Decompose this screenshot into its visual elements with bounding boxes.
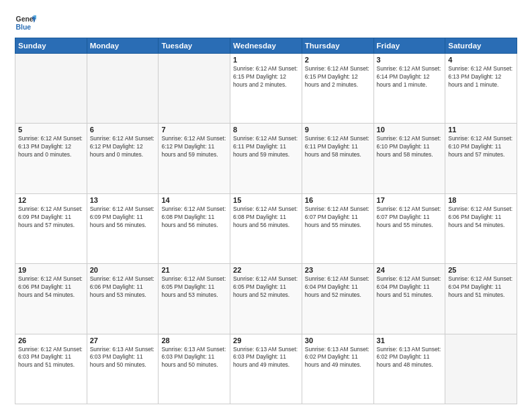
day-number: 13: [90, 196, 156, 204]
svg-text:Blue: Blue: [16, 24, 32, 31]
day-info: Sunrise: 6:12 AM Sunset: 6:06 PM Dayligh…: [18, 275, 84, 300]
day-cell: 3Sunrise: 6:12 AM Sunset: 6:14 PM Daylig…: [373, 54, 445, 124]
weekday-header-thursday: Thursday: [302, 38, 373, 54]
page: General Blue SundayMondayTuesdayWednesda…: [0, 0, 532, 411]
day-number: 16: [305, 196, 371, 204]
day-cell: 7Sunrise: 6:12 AM Sunset: 6:12 PM Daylig…: [159, 124, 230, 193]
day-info: Sunrise: 6:12 AM Sunset: 6:10 PM Dayligh…: [377, 135, 443, 159]
weekday-header-sunday: Sunday: [15, 38, 87, 54]
day-cell: 27Sunrise: 6:13 AM Sunset: 6:03 PM Dayli…: [87, 334, 159, 404]
day-info: Sunrise: 6:12 AM Sunset: 6:07 PM Dayligh…: [305, 205, 371, 230]
day-number: 8: [233, 126, 299, 134]
day-info: Sunrise: 6:12 AM Sunset: 6:07 PM Dayligh…: [377, 205, 443, 230]
day-number: 15: [233, 196, 299, 204]
day-number: 27: [90, 336, 156, 345]
day-info: Sunrise: 6:13 AM Sunset: 6:03 PM Dayligh…: [161, 346, 227, 370]
day-info: Sunrise: 6:12 AM Sunset: 6:11 PM Dayligh…: [305, 135, 371, 159]
day-info: Sunrise: 6:12 AM Sunset: 6:05 PM Dayligh…: [161, 275, 227, 300]
day-number: 2: [305, 56, 371, 64]
day-cell: 24Sunrise: 6:12 AM Sunset: 6:04 PM Dayli…: [373, 264, 445, 334]
day-cell: 21Sunrise: 6:12 AM Sunset: 6:05 PM Dayli…: [159, 264, 230, 334]
day-info: Sunrise: 6:12 AM Sunset: 6:11 PM Dayligh…: [233, 135, 299, 159]
day-cell: 22Sunrise: 6:12 AM Sunset: 6:05 PM Dayli…: [230, 264, 302, 334]
day-info: Sunrise: 6:12 AM Sunset: 6:06 PM Dayligh…: [448, 205, 514, 230]
day-number: 24: [377, 266, 443, 274]
day-info: Sunrise: 6:12 AM Sunset: 6:08 PM Dayligh…: [161, 205, 227, 230]
day-cell: 15Sunrise: 6:12 AM Sunset: 6:08 PM Dayli…: [230, 193, 302, 263]
day-info: Sunrise: 6:12 AM Sunset: 6:03 PM Dayligh…: [18, 346, 84, 370]
day-info: Sunrise: 6:12 AM Sunset: 6:05 PM Dayligh…: [233, 275, 299, 300]
day-info: Sunrise: 6:12 AM Sunset: 6:13 PM Dayligh…: [18, 135, 84, 159]
weekday-header-saturday: Saturday: [445, 38, 517, 54]
day-cell: 11Sunrise: 6:12 AM Sunset: 6:10 PM Dayli…: [445, 124, 517, 193]
day-number: 9: [305, 126, 371, 134]
day-cell: 9Sunrise: 6:12 AM Sunset: 6:11 PM Daylig…: [302, 124, 373, 193]
weekday-header-wednesday: Wednesday: [230, 38, 302, 54]
weekday-header-monday: Monday: [87, 38, 159, 54]
day-info: Sunrise: 6:12 AM Sunset: 6:12 PM Dayligh…: [90, 135, 156, 159]
day-number: 5: [18, 126, 84, 134]
day-number: 7: [161, 126, 227, 134]
day-number: 19: [18, 266, 84, 274]
header: General Blue: [15, 12, 517, 34]
day-info: Sunrise: 6:13 AM Sunset: 6:03 PM Dayligh…: [90, 346, 156, 370]
day-cell: 8Sunrise: 6:12 AM Sunset: 6:11 PM Daylig…: [230, 124, 302, 193]
day-number: 12: [18, 196, 84, 204]
day-info: Sunrise: 6:12 AM Sunset: 6:06 PM Dayligh…: [90, 275, 156, 300]
day-info: Sunrise: 6:12 AM Sunset: 6:12 PM Dayligh…: [161, 135, 227, 159]
day-number: 22: [233, 266, 299, 274]
day-cell: 30Sunrise: 6:13 AM Sunset: 6:02 PM Dayli…: [302, 334, 373, 404]
day-cell: 31Sunrise: 6:13 AM Sunset: 6:02 PM Dayli…: [373, 334, 445, 404]
day-info: Sunrise: 6:12 AM Sunset: 6:08 PM Dayligh…: [233, 205, 299, 230]
day-cell: 12Sunrise: 6:12 AM Sunset: 6:09 PM Dayli…: [15, 193, 87, 263]
day-info: Sunrise: 6:12 AM Sunset: 6:04 PM Dayligh…: [448, 275, 514, 300]
day-info: Sunrise: 6:13 AM Sunset: 6:02 PM Dayligh…: [305, 346, 371, 370]
week-row-5: 26Sunrise: 6:12 AM Sunset: 6:03 PM Dayli…: [15, 334, 517, 404]
day-number: 28: [161, 336, 227, 345]
day-info: Sunrise: 6:12 AM Sunset: 6:15 PM Dayligh…: [305, 65, 371, 89]
day-number: 31: [377, 336, 443, 345]
day-cell: 16Sunrise: 6:12 AM Sunset: 6:07 PM Dayli…: [302, 193, 373, 263]
day-number: 23: [305, 266, 371, 274]
day-cell: 5Sunrise: 6:12 AM Sunset: 6:13 PM Daylig…: [15, 124, 87, 193]
day-info: Sunrise: 6:13 AM Sunset: 6:02 PM Dayligh…: [377, 346, 443, 370]
day-info: Sunrise: 6:13 AM Sunset: 6:03 PM Dayligh…: [233, 346, 299, 370]
day-cell: 1Sunrise: 6:12 AM Sunset: 6:15 PM Daylig…: [230, 54, 302, 124]
week-row-4: 19Sunrise: 6:12 AM Sunset: 6:06 PM Dayli…: [15, 264, 517, 334]
day-cell: 10Sunrise: 6:12 AM Sunset: 6:10 PM Dayli…: [373, 124, 445, 193]
day-number: 29: [233, 336, 299, 345]
day-number: 30: [305, 336, 371, 345]
day-cell: 25Sunrise: 6:12 AM Sunset: 6:04 PM Dayli…: [445, 264, 517, 334]
day-cell: 18Sunrise: 6:12 AM Sunset: 6:06 PM Dayli…: [445, 193, 517, 263]
day-number: 18: [448, 196, 514, 204]
day-info: Sunrise: 6:12 AM Sunset: 6:04 PM Dayligh…: [377, 275, 443, 300]
week-row-2: 5Sunrise: 6:12 AM Sunset: 6:13 PM Daylig…: [15, 124, 517, 193]
day-number: 26: [18, 336, 84, 345]
day-cell: [445, 334, 517, 404]
week-row-3: 12Sunrise: 6:12 AM Sunset: 6:09 PM Dayli…: [15, 193, 517, 263]
day-cell: 28Sunrise: 6:13 AM Sunset: 6:03 PM Dayli…: [159, 334, 230, 404]
week-row-1: 1Sunrise: 6:12 AM Sunset: 6:15 PM Daylig…: [15, 54, 517, 124]
day-number: 11: [448, 126, 514, 134]
day-cell: 17Sunrise: 6:12 AM Sunset: 6:07 PM Dayli…: [373, 193, 445, 263]
day-cell: 23Sunrise: 6:12 AM Sunset: 6:04 PM Dayli…: [302, 264, 373, 334]
day-cell: 14Sunrise: 6:12 AM Sunset: 6:08 PM Dayli…: [159, 193, 230, 263]
day-cell: 26Sunrise: 6:12 AM Sunset: 6:03 PM Dayli…: [15, 334, 87, 404]
day-info: Sunrise: 6:12 AM Sunset: 6:13 PM Dayligh…: [448, 65, 514, 89]
day-cell: [159, 54, 230, 124]
day-cell: [15, 54, 87, 124]
weekday-header-tuesday: Tuesday: [159, 38, 230, 54]
calendar-table: SundayMondayTuesdayWednesdayThursdayFrid…: [15, 38, 517, 404]
day-info: Sunrise: 6:12 AM Sunset: 6:15 PM Dayligh…: [233, 65, 299, 89]
day-number: 14: [161, 196, 227, 204]
logo: General Blue: [15, 12, 36, 34]
day-info: Sunrise: 6:12 AM Sunset: 6:14 PM Dayligh…: [377, 65, 443, 89]
day-number: 4: [448, 56, 514, 64]
day-cell: 4Sunrise: 6:12 AM Sunset: 6:13 PM Daylig…: [445, 54, 517, 124]
weekday-header-row: SundayMondayTuesdayWednesdayThursdayFrid…: [15, 38, 517, 54]
day-number: 17: [377, 196, 443, 204]
day-cell: 6Sunrise: 6:12 AM Sunset: 6:12 PM Daylig…: [87, 124, 159, 193]
day-number: 10: [377, 126, 443, 134]
day-cell: 13Sunrise: 6:12 AM Sunset: 6:09 PM Dayli…: [87, 193, 159, 263]
day-number: 25: [448, 266, 514, 274]
